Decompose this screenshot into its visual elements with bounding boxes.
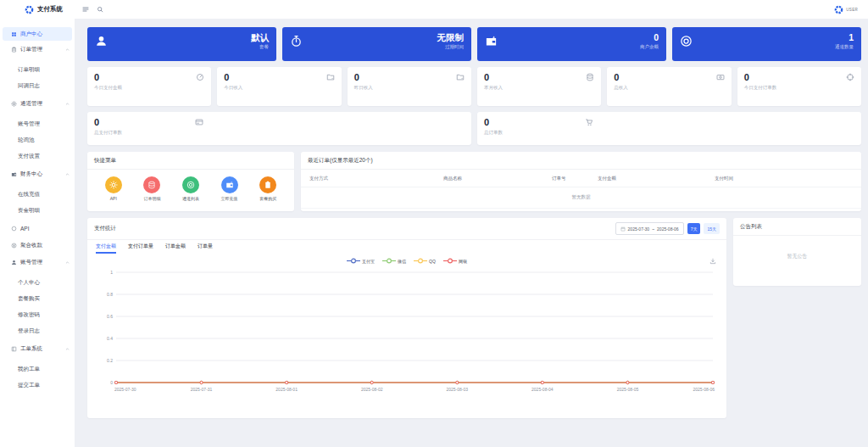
range-button-7天[interactable]: 7天 bbox=[687, 223, 701, 234]
stat-card-label: 今日支付订单数 bbox=[744, 85, 854, 91]
stat-card-label: 今日收入 bbox=[224, 85, 334, 91]
sidebar-item-3[interactable]: 回调日志 bbox=[0, 78, 75, 94]
gauge-icon bbox=[196, 73, 204, 81]
at-icon bbox=[186, 181, 195, 189]
stat-card-value: 0 bbox=[94, 118, 465, 127]
announcement-title: 公告列表 bbox=[733, 218, 861, 236]
sidebar-item-11[interactable]: API bbox=[0, 220, 75, 237]
sidebar-item-20[interactable]: 提交工单 bbox=[0, 377, 75, 394]
folder-icon bbox=[326, 73, 335, 81]
brand: 支付系统 bbox=[0, 5, 75, 14]
chart-area: 00.20.40.60.812025-07-302025-07-312025-0… bbox=[92, 265, 718, 400]
sidebar-item-8[interactable]: 财务中心 bbox=[0, 165, 75, 182]
sidebar-item-9[interactable]: 在线充值 bbox=[0, 187, 75, 203]
quick-item-立即充值[interactable]: 立即充值 bbox=[221, 176, 238, 201]
sidebar-item-15[interactable]: 套餐购买 bbox=[0, 291, 75, 307]
mid-row: 快捷菜单 API订单明细通道列表立即充值套餐购买 最近订单(仅显示最近20个) … bbox=[87, 152, 861, 211]
sidebar-item-7[interactable]: 支付设置 bbox=[0, 148, 75, 165]
legend-item-QQ[interactable]: QQ bbox=[414, 258, 436, 264]
legend-item-支付宝[interactable]: 支付宝 bbox=[347, 258, 375, 264]
sidebar-item-label: 工单系统 bbox=[20, 345, 42, 353]
legend-label: 微信 bbox=[398, 259, 406, 264]
legend-marker bbox=[347, 258, 360, 264]
card-icon bbox=[195, 118, 203, 126]
bottom-row: 支付统计 2025-07-30 ~ 2025-08-06 7天15天 支付金额支… bbox=[87, 218, 861, 418]
hero-card-row: 默认套餐无限制过期时间0商户余额1通道数量 bbox=[87, 27, 861, 61]
sidebar-item-12[interactable]: 聚合收款 bbox=[0, 237, 75, 254]
range-button-15天[interactable]: 15天 bbox=[704, 223, 720, 234]
payment-stats-card: 支付统计 2025-07-30 ~ 2025-08-06 7天15天 支付金额支… bbox=[87, 218, 726, 418]
date-range-picker[interactable]: 2025-07-30 ~ 2025-08-06 bbox=[615, 222, 684, 235]
chevron-up-icon bbox=[65, 260, 70, 265]
sidebar-item-10[interactable]: 资金明细 bbox=[0, 203, 75, 219]
sidebar-item-19[interactable]: 我的工单 bbox=[0, 361, 75, 377]
stat-card-label: 今日支付金额 bbox=[94, 85, 204, 91]
menu-collapse-icon[interactable] bbox=[82, 6, 89, 13]
sidebar-item-label: 账号管理 bbox=[18, 120, 40, 128]
chart-legend: 支付宝微信QQ网银 bbox=[87, 258, 726, 264]
database-icon bbox=[586, 73, 594, 81]
stat-card-label: 本月收入 bbox=[484, 85, 594, 91]
svg-text:2025-08-05: 2025-08-05 bbox=[617, 387, 639, 392]
hero-card-0: 默认套餐 bbox=[87, 27, 276, 61]
download-icon[interactable] bbox=[709, 258, 716, 265]
sidebar-item-label: 订单管理 bbox=[20, 46, 42, 53]
sidebar-item-label: 修改密码 bbox=[18, 311, 40, 319]
chevron-up-icon bbox=[65, 47, 70, 52]
tab-支付订单量[interactable]: 支付订单量 bbox=[128, 240, 153, 254]
legend-label: QQ bbox=[429, 259, 436, 264]
stat-card-label: 总订单数 bbox=[484, 130, 854, 136]
hero-card-value: 默认 bbox=[251, 32, 269, 42]
quick-item-API[interactable]: API bbox=[105, 176, 122, 201]
cart-icon bbox=[585, 118, 593, 126]
wallet-icon bbox=[225, 181, 234, 189]
app-logo-icon bbox=[25, 5, 34, 14]
hero-card-value: 无限制 bbox=[437, 32, 465, 42]
tab-订单金额[interactable]: 订单金额 bbox=[165, 240, 186, 254]
quick-item-通道列表[interactable]: 通道列表 bbox=[182, 176, 199, 201]
sidebar-item-label: 提交工单 bbox=[18, 382, 40, 389]
quick-item-订单明细[interactable]: 订单明细 bbox=[143, 176, 160, 201]
sidebar-item-label: 订单明细 bbox=[18, 66, 40, 74]
quick-item-套餐购买[interactable]: 套餐购买 bbox=[259, 176, 276, 201]
legend-item-微信[interactable]: 微信 bbox=[382, 258, 406, 264]
gear-icon bbox=[11, 101, 17, 107]
svg-text:2025-08-03: 2025-08-03 bbox=[446, 387, 468, 392]
hero-card-label: 通道数量 bbox=[835, 44, 854, 50]
tab-支付金额[interactable]: 支付金额 bbox=[96, 240, 116, 254]
legend-item-网银[interactable]: 网银 bbox=[443, 258, 467, 264]
at-icon bbox=[680, 35, 693, 47]
search-icon[interactable] bbox=[97, 6, 103, 13]
timer-icon bbox=[290, 35, 303, 47]
tab-订单量[interactable]: 订单量 bbox=[198, 240, 213, 254]
date-start: 2025-07-30 bbox=[628, 226, 650, 232]
stat-card-本月收入: 0本月收入 bbox=[477, 67, 601, 106]
sidebar-item-17[interactable]: 登录日志 bbox=[0, 323, 75, 339]
chevron-up-icon bbox=[65, 102, 70, 106]
payment-stats-header: 支付统计 2025-07-30 ~ 2025-08-06 7天15天 bbox=[87, 218, 726, 240]
quick-menu-title: 快捷菜单 bbox=[87, 152, 294, 170]
sidebar-item-0[interactable]: 商户中心 bbox=[3, 27, 72, 41]
stat-card-今日支付订单数: 0今日支付订单数 bbox=[737, 67, 861, 106]
sidebar-item-label: 登录日志 bbox=[18, 327, 40, 335]
order-col-3: 支付金额 bbox=[598, 176, 715, 182]
sidebar-item-14[interactable]: 个人中心 bbox=[0, 275, 75, 291]
sidebar-item-18[interactable]: 工单系统 bbox=[0, 340, 75, 357]
hero-card-text: 0商户余额 bbox=[640, 32, 659, 58]
sidebar-item-6[interactable]: 轮询池 bbox=[0, 132, 75, 148]
user-logo-icon bbox=[834, 5, 843, 14]
stat-card-label: 昨日收入 bbox=[354, 85, 465, 91]
svg-text:2025-08-04: 2025-08-04 bbox=[531, 387, 554, 392]
grid-icon bbox=[11, 31, 17, 37]
sidebar-item-1[interactable]: 订单管理 bbox=[0, 41, 75, 58]
sidebar-item-label: 财务中心 bbox=[20, 170, 42, 178]
collect-icon bbox=[11, 243, 17, 249]
stats-line-chart: 00.20.40.60.812025-07-302025-07-312025-0… bbox=[92, 265, 718, 400]
sidebar-item-4[interactable]: 通道管理 bbox=[0, 95, 75, 112]
user-area[interactable]: USER bbox=[834, 5, 868, 14]
sidebar-item-2[interactable]: 订单明细 bbox=[0, 62, 75, 78]
sidebar-item-13[interactable]: 账号管理 bbox=[0, 254, 75, 271]
sidebar-item-5[interactable]: 账号管理 bbox=[0, 116, 75, 132]
sidebar-item-16[interactable]: 修改密码 bbox=[0, 307, 75, 323]
recent-orders-card: 最近订单(仅显示最近20个) 支付方式商品名称订单号支付金额支付时间 暂无数据 bbox=[301, 152, 861, 211]
